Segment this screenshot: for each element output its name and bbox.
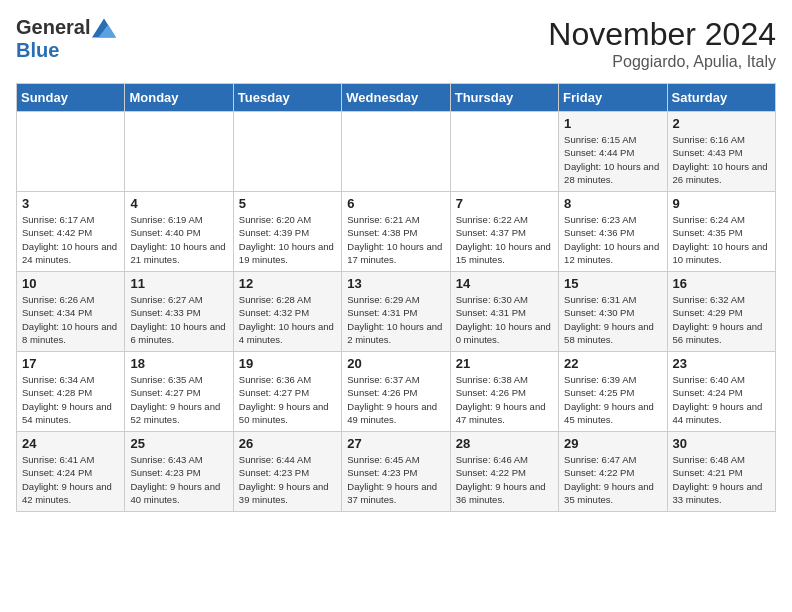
day-info: Sunrise: 6:32 AMSunset: 4:29 PMDaylight:… [673,293,770,346]
month-year: November 2024 [548,16,776,53]
calendar-cell: 22Sunrise: 6:39 AMSunset: 4:25 PMDayligh… [559,352,667,432]
day-info: Sunrise: 6:29 AMSunset: 4:31 PMDaylight:… [347,293,444,346]
calendar-cell: 11Sunrise: 6:27 AMSunset: 4:33 PMDayligh… [125,272,233,352]
day-number: 10 [22,276,119,291]
calendar-cell: 17Sunrise: 6:34 AMSunset: 4:28 PMDayligh… [17,352,125,432]
header-row: Sunday Monday Tuesday Wednesday Thursday… [17,84,776,112]
logo-general-text: General [16,16,90,39]
day-number: 18 [130,356,227,371]
calendar-week-4: 17Sunrise: 6:34 AMSunset: 4:28 PMDayligh… [17,352,776,432]
day-info: Sunrise: 6:35 AMSunset: 4:27 PMDaylight:… [130,373,227,426]
calendar-cell: 2Sunrise: 6:16 AMSunset: 4:43 PMDaylight… [667,112,775,192]
day-info: Sunrise: 6:41 AMSunset: 4:24 PMDaylight:… [22,453,119,506]
calendar-cell: 29Sunrise: 6:47 AMSunset: 4:22 PMDayligh… [559,432,667,512]
day-info: Sunrise: 6:30 AMSunset: 4:31 PMDaylight:… [456,293,553,346]
day-info: Sunrise: 6:22 AMSunset: 4:37 PMDaylight:… [456,213,553,266]
calendar-week-3: 10Sunrise: 6:26 AMSunset: 4:34 PMDayligh… [17,272,776,352]
day-number: 13 [347,276,444,291]
day-info: Sunrise: 6:39 AMSunset: 4:25 PMDaylight:… [564,373,661,426]
day-info: Sunrise: 6:19 AMSunset: 4:40 PMDaylight:… [130,213,227,266]
day-info: Sunrise: 6:44 AMSunset: 4:23 PMDaylight:… [239,453,336,506]
day-info: Sunrise: 6:16 AMSunset: 4:43 PMDaylight:… [673,133,770,186]
day-info: Sunrise: 6:17 AMSunset: 4:42 PMDaylight:… [22,213,119,266]
day-number: 9 [673,196,770,211]
day-number: 27 [347,436,444,451]
calendar-cell: 25Sunrise: 6:43 AMSunset: 4:23 PMDayligh… [125,432,233,512]
day-number: 6 [347,196,444,211]
calendar-week-2: 3Sunrise: 6:17 AMSunset: 4:42 PMDaylight… [17,192,776,272]
calendar-cell: 14Sunrise: 6:30 AMSunset: 4:31 PMDayligh… [450,272,558,352]
calendar-cell: 13Sunrise: 6:29 AMSunset: 4:31 PMDayligh… [342,272,450,352]
logo-blue-text: Blue [16,39,59,61]
calendar-cell: 18Sunrise: 6:35 AMSunset: 4:27 PMDayligh… [125,352,233,432]
header-tuesday: Tuesday [233,84,341,112]
day-info: Sunrise: 6:47 AMSunset: 4:22 PMDaylight:… [564,453,661,506]
day-number: 17 [22,356,119,371]
day-number: 12 [239,276,336,291]
day-info: Sunrise: 6:40 AMSunset: 4:24 PMDaylight:… [673,373,770,426]
day-info: Sunrise: 6:48 AMSunset: 4:21 PMDaylight:… [673,453,770,506]
day-number: 2 [673,116,770,131]
day-info: Sunrise: 6:20 AMSunset: 4:39 PMDaylight:… [239,213,336,266]
day-number: 5 [239,196,336,211]
day-info: Sunrise: 6:27 AMSunset: 4:33 PMDaylight:… [130,293,227,346]
calendar-cell: 6Sunrise: 6:21 AMSunset: 4:38 PMDaylight… [342,192,450,272]
day-number: 1 [564,116,661,131]
day-info: Sunrise: 6:34 AMSunset: 4:28 PMDaylight:… [22,373,119,426]
day-number: 25 [130,436,227,451]
calendar-cell: 24Sunrise: 6:41 AMSunset: 4:24 PMDayligh… [17,432,125,512]
day-info: Sunrise: 6:24 AMSunset: 4:35 PMDaylight:… [673,213,770,266]
header-monday: Monday [125,84,233,112]
day-number: 24 [22,436,119,451]
calendar-table: Sunday Monday Tuesday Wednesday Thursday… [16,83,776,512]
header-friday: Friday [559,84,667,112]
calendar-week-1: 1Sunrise: 6:15 AMSunset: 4:44 PMDaylight… [17,112,776,192]
day-info: Sunrise: 6:23 AMSunset: 4:36 PMDaylight:… [564,213,661,266]
calendar-body: 1Sunrise: 6:15 AMSunset: 4:44 PMDaylight… [17,112,776,512]
calendar-cell: 12Sunrise: 6:28 AMSunset: 4:32 PMDayligh… [233,272,341,352]
day-info: Sunrise: 6:31 AMSunset: 4:30 PMDaylight:… [564,293,661,346]
day-info: Sunrise: 6:37 AMSunset: 4:26 PMDaylight:… [347,373,444,426]
day-number: 11 [130,276,227,291]
location: Poggiardo, Apulia, Italy [548,53,776,71]
day-info: Sunrise: 6:46 AMSunset: 4:22 PMDaylight:… [456,453,553,506]
day-info: Sunrise: 6:38 AMSunset: 4:26 PMDaylight:… [456,373,553,426]
day-info: Sunrise: 6:21 AMSunset: 4:38 PMDaylight:… [347,213,444,266]
day-number: 8 [564,196,661,211]
day-info: Sunrise: 6:15 AMSunset: 4:44 PMDaylight:… [564,133,661,186]
calendar-cell [450,112,558,192]
calendar-cell: 8Sunrise: 6:23 AMSunset: 4:36 PMDaylight… [559,192,667,272]
calendar-cell: 26Sunrise: 6:44 AMSunset: 4:23 PMDayligh… [233,432,341,512]
calendar-cell: 9Sunrise: 6:24 AMSunset: 4:35 PMDaylight… [667,192,775,272]
calendar-cell: 28Sunrise: 6:46 AMSunset: 4:22 PMDayligh… [450,432,558,512]
calendar-cell: 1Sunrise: 6:15 AMSunset: 4:44 PMDaylight… [559,112,667,192]
day-number: 19 [239,356,336,371]
calendar-cell: 4Sunrise: 6:19 AMSunset: 4:40 PMDaylight… [125,192,233,272]
day-info: Sunrise: 6:45 AMSunset: 4:23 PMDaylight:… [347,453,444,506]
day-number: 4 [130,196,227,211]
calendar-cell: 30Sunrise: 6:48 AMSunset: 4:21 PMDayligh… [667,432,775,512]
day-number: 23 [673,356,770,371]
day-number: 21 [456,356,553,371]
day-number: 20 [347,356,444,371]
calendar-cell: 3Sunrise: 6:17 AMSunset: 4:42 PMDaylight… [17,192,125,272]
day-number: 16 [673,276,770,291]
day-number: 3 [22,196,119,211]
calendar-cell: 20Sunrise: 6:37 AMSunset: 4:26 PMDayligh… [342,352,450,432]
logo: General Blue [16,16,116,62]
calendar-cell: 7Sunrise: 6:22 AMSunset: 4:37 PMDaylight… [450,192,558,272]
calendar-cell: 23Sunrise: 6:40 AMSunset: 4:24 PMDayligh… [667,352,775,432]
header-thursday: Thursday [450,84,558,112]
calendar-cell: 5Sunrise: 6:20 AMSunset: 4:39 PMDaylight… [233,192,341,272]
calendar-cell: 21Sunrise: 6:38 AMSunset: 4:26 PMDayligh… [450,352,558,432]
calendar-cell: 19Sunrise: 6:36 AMSunset: 4:27 PMDayligh… [233,352,341,432]
day-info: Sunrise: 6:43 AMSunset: 4:23 PMDaylight:… [130,453,227,506]
calendar-cell [342,112,450,192]
day-number: 14 [456,276,553,291]
calendar-cell: 27Sunrise: 6:45 AMSunset: 4:23 PMDayligh… [342,432,450,512]
month-title: November 2024 Poggiardo, Apulia, Italy [548,16,776,71]
day-number: 26 [239,436,336,451]
day-number: 7 [456,196,553,211]
header-saturday: Saturday [667,84,775,112]
calendar-cell [17,112,125,192]
